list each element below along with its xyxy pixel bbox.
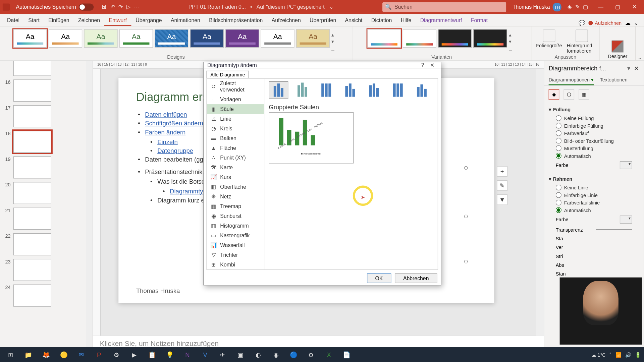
variants-gallery[interactable]: ▴▾⎯ xyxy=(367,27,516,54)
line-solid[interactable]: Einfarbige Linie xyxy=(549,191,639,199)
tb-excel-icon[interactable]: X xyxy=(321,349,337,361)
toggle-switch-icon[interactable] xyxy=(79,4,94,11)
theme-thumb[interactable]: Aa xyxy=(225,29,259,48)
start-slideshow-icon[interactable]: ▷ xyxy=(126,4,130,10)
tray-battery-icon[interactable]: 🔋 xyxy=(635,352,641,358)
tab-diagrammentwurf[interactable]: Diagrammentwurf xyxy=(416,14,467,26)
tab-start[interactable]: Start xyxy=(24,14,44,26)
tb-app-icon[interactable]: 🔵 xyxy=(285,349,301,361)
gallery-down-icon[interactable]: ▾ xyxy=(331,39,338,44)
designer-button[interactable]: Designer xyxy=(602,40,633,59)
slide-thumb-19[interactable]: 19 xyxy=(0,155,86,180)
theme-thumb[interactable]: Aa xyxy=(49,29,82,48)
chart-type-kurs[interactable]: 📈Kurs xyxy=(207,172,264,182)
tab-dictation[interactable]: Dictation xyxy=(367,14,396,26)
chevron-down-icon[interactable]: ⌄ xyxy=(329,4,333,10)
subtype-3d-stacked[interactable] xyxy=(364,81,384,99)
tab-bildschirm[interactable]: Bildschirmpräsentation xyxy=(205,14,267,26)
fill-solid[interactable]: Einfarbige Füllung xyxy=(549,122,639,129)
variant-thumb[interactable] xyxy=(367,29,401,48)
subtype-stacked100[interactable] xyxy=(317,81,336,99)
theme-thumb[interactable]: Aa xyxy=(261,29,294,48)
tb-app-icon[interactable]: 📋 xyxy=(144,349,160,361)
tb-onenote-icon[interactable]: N xyxy=(179,349,195,361)
box-icon[interactable]: ▢ xyxy=(583,4,588,10)
slide-thumb-24[interactable]: 24 xyxy=(0,283,86,308)
chart-type-karte[interactable]: 🗺Karte xyxy=(207,163,264,172)
ok-button[interactable]: OK xyxy=(367,274,391,283)
fill-line-icon[interactable]: ◆ xyxy=(549,89,559,100)
slide-thumb-23[interactable]: 23 xyxy=(0,257,86,283)
themes-gallery[interactable]: Aa Aa Aa Aa Aa Aa Aa Aa Aa ▴▾⎯ xyxy=(13,27,339,54)
redo-icon[interactable]: ↷ xyxy=(118,4,123,10)
undo-icon[interactable]: ↶ xyxy=(111,4,115,10)
theme-thumb[interactable]: Aa xyxy=(190,29,224,48)
close-icon[interactable]: ✕ xyxy=(628,4,641,10)
line-color-button[interactable] xyxy=(620,216,632,224)
tb-app-icon[interactable]: 💡 xyxy=(162,349,177,361)
theme-thumb[interactable]: Aa xyxy=(155,29,188,48)
chart-type-vorlagen[interactable]: ▫Vorlagen xyxy=(207,95,264,104)
slide-size-button[interactable]: Foliengröße xyxy=(534,29,564,53)
chart-type-netz[interactable]: ✳Netz xyxy=(207,192,264,201)
dialog-close-icon[interactable]: ✕ xyxy=(428,62,437,68)
variant-thumb[interactable] xyxy=(474,29,507,48)
chart-preview[interactable]: Karin B.KarinAndrewCarlRichard ■ Kurstei… xyxy=(269,112,354,164)
tray-chevron-icon[interactable]: ˄ xyxy=(609,352,612,358)
tb-app-icon[interactable]: ▣ xyxy=(232,349,248,361)
tab-chart-options[interactable]: Diagrammoptionen ▾ xyxy=(549,75,594,85)
tb-app-icon[interactable]: V xyxy=(197,349,213,361)
comments-icon[interactable]: 💬 xyxy=(579,20,585,26)
tab-zeichnen[interactable]: Zeichnen xyxy=(74,14,104,26)
gallery-more-icon[interactable]: ⎯ xyxy=(331,45,338,51)
tray-network-icon[interactable]: 📶 xyxy=(615,352,622,358)
chart-type-punktxy[interactable]: ∴Punkt (XY) xyxy=(207,153,264,163)
chart-type-trichter[interactable]: ▽Trichter xyxy=(207,250,264,260)
weather-widget[interactable]: ☁ 1°C xyxy=(591,352,606,358)
tb-outlook-icon[interactable]: ✉ xyxy=(73,349,89,361)
chart-type-histogramm[interactable]: ▥Histogramm xyxy=(207,221,264,231)
tab-aufzeichnen[interactable]: Aufzeichnen xyxy=(267,14,305,26)
chart-type-kreis[interactable]: ◔Kreis xyxy=(207,124,264,133)
tab-einfuegen[interactable]: Einfügen xyxy=(44,14,74,26)
chart-styles-button[interactable]: ✎ xyxy=(497,180,507,191)
pane-close-icon[interactable]: ✕ xyxy=(634,64,639,71)
section-fill[interactable]: ▾Füllung xyxy=(549,105,639,115)
chart-filter-button[interactable]: ▼ xyxy=(497,194,507,205)
transparency-slider[interactable] xyxy=(596,229,632,230)
start-button[interactable]: ⊞ xyxy=(3,349,18,361)
chart-elements-button[interactable]: + xyxy=(497,166,507,177)
search-input[interactable]: 🔍 Suchen xyxy=(382,2,506,12)
subtype-3d-clustered[interactable] xyxy=(340,81,360,99)
autosave-toggle[interactable]: Automatisches Speichern xyxy=(16,4,94,11)
record-button[interactable]: Aufzeichnen xyxy=(589,20,622,26)
tb-chrome-icon[interactable]: 🟡 xyxy=(56,349,71,361)
size-icon[interactable]: ▦ xyxy=(579,89,589,100)
tb-app-icon[interactable]: ⚙ xyxy=(109,349,124,361)
tb-settings-icon[interactable]: ⚙ xyxy=(303,349,319,361)
chart-type-linie[interactable]: ⦨Linie xyxy=(207,114,264,124)
subtype-3d-stacked100[interactable] xyxy=(388,81,408,99)
minimize-icon[interactable]: — xyxy=(594,4,607,10)
fill-gradient[interactable]: Farbverlauf xyxy=(549,129,639,137)
share-icon[interactable]: ☁ xyxy=(625,20,631,26)
fill-none[interactable]: Keine Füllung xyxy=(549,114,639,122)
slide-thumb-21[interactable]: 21 xyxy=(0,206,86,231)
tab-entwurf[interactable]: Entwurf xyxy=(104,14,131,26)
gallery-up-icon[interactable]: ▴ xyxy=(331,32,338,38)
chart-type-wasserfall[interactable]: 📊Wasserfall xyxy=(207,240,264,250)
chart-type-kombi[interactable]: ⊞Kombi xyxy=(207,260,264,269)
fill-pattern[interactable]: Musterfüllung xyxy=(549,144,639,152)
chart-type-balken[interactable]: ▬Balken xyxy=(207,133,264,143)
tb-app-icon[interactable]: ◐ xyxy=(250,349,266,361)
fill-color-button[interactable] xyxy=(620,161,632,169)
theme-thumb[interactable]: Aa xyxy=(296,29,330,48)
canvas-scrollbar[interactable] xyxy=(536,69,544,336)
tab-animationen[interactable]: Animationen xyxy=(166,14,205,26)
chart-type-treemap[interactable]: ▦Treemap xyxy=(207,201,264,211)
tb-app-icon[interactable]: 📄 xyxy=(339,349,355,361)
ribbon-collapse-icon[interactable]: ⌄ xyxy=(634,20,638,26)
line-gradient[interactable]: Farbverlaufslinie xyxy=(549,199,639,206)
maximize-icon[interactable]: ▢ xyxy=(611,4,624,10)
format-background-button[interactable]: Hintergrund formatieren xyxy=(567,29,597,53)
